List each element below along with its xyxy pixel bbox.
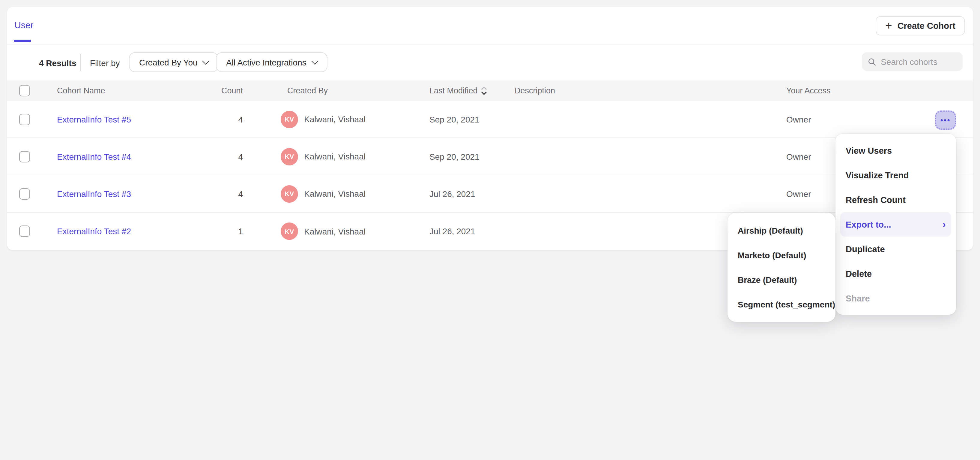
created-by-dropdown[interactable]: Created By You <box>129 52 219 72</box>
chevron-right-icon: › <box>942 219 946 229</box>
menu-item-view-users[interactable]: View Users <box>835 138 956 163</box>
submenu-item-segment[interactable]: Segment (test_segment) <box>727 292 835 316</box>
filterbar-separator <box>80 54 81 71</box>
row-actions-button[interactable]: ••• <box>935 110 956 130</box>
last-modified-date: Jul 26, 2021 <box>430 189 475 198</box>
integrations-dropdown-label: All Active Integrations <box>226 58 307 67</box>
integrations-dropdown[interactable]: All Active Integrations <box>216 52 328 72</box>
cohort-name-link[interactable]: ExternalInfo Test #5 <box>57 114 131 124</box>
table-header: Cohort Name Count Created By Last Modifi… <box>7 80 973 101</box>
sort-icon <box>481 86 487 96</box>
row-checkbox[interactable] <box>19 113 30 125</box>
submenu-item-braze[interactable]: Braze (Default) <box>727 267 835 292</box>
row-checkbox[interactable] <box>19 225 30 237</box>
search-icon <box>868 57 876 66</box>
menu-item-duplicate[interactable]: Duplicate <box>835 236 956 261</box>
avatar: KV <box>281 110 298 128</box>
avatar: KV <box>281 148 298 165</box>
last-modified-date: Jul 26, 2021 <box>430 227 475 236</box>
create-cohort-button[interactable]: + Create Cohort <box>876 16 965 35</box>
plus-icon: + <box>885 19 892 31</box>
search-cohorts-box <box>862 52 963 71</box>
column-header-count: Count <box>214 86 243 95</box>
table-row: ExternalInfo Test #3 4 KV Kalwani, Visha… <box>7 175 973 212</box>
cohort-name-link[interactable]: ExternalInfo Test #2 <box>57 227 131 236</box>
avatar: KV <box>281 222 298 240</box>
chevron-down-icon <box>311 58 318 65</box>
menu-item-refresh-count[interactable]: Refresh Count <box>835 187 956 212</box>
creator-name: Kalwani, Vishaal <box>304 189 366 198</box>
creator-name: Kalwani, Vishaal <box>304 152 366 161</box>
menu-item-visualize-trend[interactable]: Visualize Trend <box>835 163 956 187</box>
row-checkbox[interactable] <box>19 188 30 200</box>
access-level: Owner <box>786 189 811 198</box>
tab-user[interactable]: User <box>14 20 33 30</box>
export-submenu: Airship (Default) Marketo (Default) Braz… <box>727 212 835 322</box>
create-cohort-label: Create Cohort <box>897 21 955 30</box>
tab-active-underline <box>14 40 31 42</box>
submenu-item-marketo[interactable]: Marketo (Default) <box>727 243 835 267</box>
column-header-description: Description <box>515 86 555 95</box>
created-by-dropdown-label: Created By You <box>139 58 197 67</box>
creator-name: Kalwani, Vishaal <box>304 227 366 236</box>
cohort-count: 4 <box>214 114 243 124</box>
column-header-cohort-name: Cohort Name <box>57 86 105 95</box>
table-row: ExternalInfo Test #4 4 KV Kalwani, Visha… <box>7 138 973 175</box>
tab-bar: User + Create Cohort <box>7 7 973 45</box>
access-level: Owner <box>786 152 811 161</box>
cohorts-page: User + Create Cohort 4 Results Filter by… <box>0 0 980 460</box>
menu-item-export-to[interactable]: Export to... › <box>840 212 951 236</box>
last-modified-date: Sep 20, 2021 <box>430 114 479 124</box>
select-all-checkbox[interactable] <box>19 85 30 96</box>
cohort-count: 4 <box>214 189 243 198</box>
results-count: 4 Results <box>39 58 76 68</box>
cohort-name-link[interactable]: ExternalInfo Test #4 <box>57 152 131 161</box>
row-checkbox[interactable] <box>19 151 30 162</box>
submenu-item-airship[interactable]: Airship (Default) <box>727 218 835 243</box>
cohort-count: 4 <box>214 152 243 161</box>
chevron-down-icon <box>202 58 209 65</box>
menu-item-share: Share <box>835 286 956 310</box>
row-actions-menu: View Users Visualize Trend Refresh Count… <box>835 134 956 315</box>
last-modified-date: Sep 20, 2021 <box>430 152 479 161</box>
cohort-name-link[interactable]: ExternalInfo Test #3 <box>57 189 131 198</box>
column-header-last-modified[interactable]: Last Modified <box>430 86 487 96</box>
cohort-count: 1 <box>214 227 243 236</box>
export-to-label: Export to... <box>846 219 891 229</box>
creator-name: Kalwani, Vishaal <box>304 114 366 124</box>
column-header-created-by: Created By <box>287 86 328 95</box>
column-header-your-access: Your Access <box>786 86 830 95</box>
ellipsis-icon: ••• <box>940 117 951 124</box>
filter-bar: 4 Results Filter by Created By You All A… <box>7 45 973 80</box>
search-input[interactable] <box>881 57 957 66</box>
table-row: ExternalInfo Test #5 4 KV Kalwani, Visha… <box>7 101 973 138</box>
filter-by-label: Filter by <box>90 58 120 68</box>
last-modified-label: Last Modified <box>430 86 478 95</box>
access-level: Owner <box>786 114 811 124</box>
avatar: KV <box>281 185 298 202</box>
menu-item-delete[interactable]: Delete <box>835 261 956 286</box>
